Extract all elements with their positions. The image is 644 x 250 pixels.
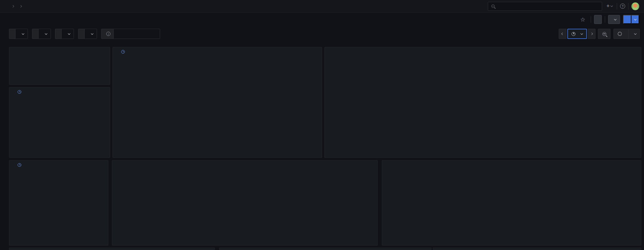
breadcrumb: [9, 5, 25, 7]
chevron-right-icon: [590, 33, 593, 35]
divider: [591, 16, 591, 23]
chevron-down-icon: [614, 18, 616, 20]
plus-icon: +: [606, 3, 610, 9]
edit-button[interactable]: [594, 15, 602, 24]
star-icon[interactable]: ☆: [580, 16, 585, 23]
top-nav: + ?: [0, 0, 644, 13]
zoom-out-button[interactable]: [598, 29, 610, 39]
panel-total-service-instances: [9, 47, 110, 85]
clock-icon: [121, 50, 125, 54]
panel-total-exceptions: [9, 160, 108, 246]
chevron-down-icon: [634, 18, 636, 20]
metrics-filter: [9, 29, 28, 39]
logs-label: [55, 29, 62, 39]
stats-grid: [114, 60, 320, 156]
loading-spinner-icon: [618, 32, 622, 36]
service-name-filter: [78, 29, 97, 39]
info-icon: i: [106, 32, 110, 36]
panel-total-requests: [9, 87, 110, 158]
zoom-out-icon: [602, 32, 606, 36]
log-query-filter: i: [101, 29, 160, 39]
grafana-app: + ? ☆: [0, 0, 644, 250]
chevron-down-icon: [68, 32, 70, 34]
log-query-input[interactable]: [117, 32, 156, 36]
cancel-button[interactable]: [614, 29, 628, 39]
time-forward-button[interactable]: [588, 29, 596, 39]
panel-time-override: [18, 90, 23, 94]
panel-percent-2xx: [112, 160, 378, 246]
log-query-field[interactable]: [114, 29, 160, 39]
partial-panel: [433, 248, 641, 250]
search-icon: [491, 4, 495, 8]
logs-filter: [55, 29, 74, 39]
time-back-button[interactable]: [559, 29, 566, 39]
divider: [628, 3, 628, 10]
export-button[interactable]: [608, 15, 620, 24]
chevron-down-icon: [581, 32, 583, 34]
service-name-label: [78, 29, 85, 39]
chevron-down-icon: [91, 32, 93, 34]
chevron-right-icon: [19, 5, 22, 7]
panel-time-override: [18, 163, 23, 167]
filter-bar: i: [9, 29, 640, 39]
add-button[interactable]: +: [605, 3, 614, 9]
avatar[interactable]: [631, 2, 639, 10]
top-nav-right: + ?: [488, 2, 639, 11]
chevron-down-icon: [610, 4, 613, 7]
divider: [605, 16, 605, 23]
panel-requests-average-duration: [324, 47, 641, 158]
panel-time-override: [121, 50, 127, 54]
sparkline: [10, 130, 110, 157]
refresh-controls: [613, 29, 640, 39]
timeseries-chart: [128, 174, 373, 223]
partial-panel: [9, 248, 215, 250]
clock-icon: [18, 90, 21, 94]
metrics-select[interactable]: [16, 29, 28, 39]
chevron-right-icon: [12, 5, 14, 7]
search-input[interactable]: [497, 4, 596, 8]
traces-filter: [32, 29, 51, 39]
search-box[interactable]: [488, 2, 602, 11]
divider: [617, 3, 617, 10]
partial-panel: [219, 248, 432, 250]
share-split-button: [623, 15, 639, 24]
traces-label: [32, 29, 39, 39]
time-range-picker[interactable]: [567, 29, 587, 39]
logs-select[interactable]: [62, 29, 74, 39]
chevron-left-icon: [561, 33, 564, 35]
help-icon[interactable]: ?: [620, 4, 625, 9]
time-controls: [559, 29, 640, 39]
share-menu-button[interactable]: [631, 15, 639, 24]
metrics-label: [9, 29, 16, 39]
service-name-select[interactable]: [85, 29, 97, 39]
panel-requests-count: [113, 47, 322, 158]
panel-percent-5xx: [382, 160, 641, 246]
share-button[interactable]: [623, 15, 631, 24]
refresh-interval-select[interactable]: [628, 29, 640, 39]
chevron-down-icon: [22, 32, 24, 34]
log-query-label: i: [101, 29, 114, 39]
clock-icon: [572, 32, 575, 36]
chevron-down-icon: [45, 32, 47, 34]
clock-icon: [18, 163, 21, 167]
dashboard-toolbar: ☆: [0, 13, 644, 26]
traces-select[interactable]: [39, 29, 51, 39]
chevron-down-icon: [634, 32, 637, 34]
